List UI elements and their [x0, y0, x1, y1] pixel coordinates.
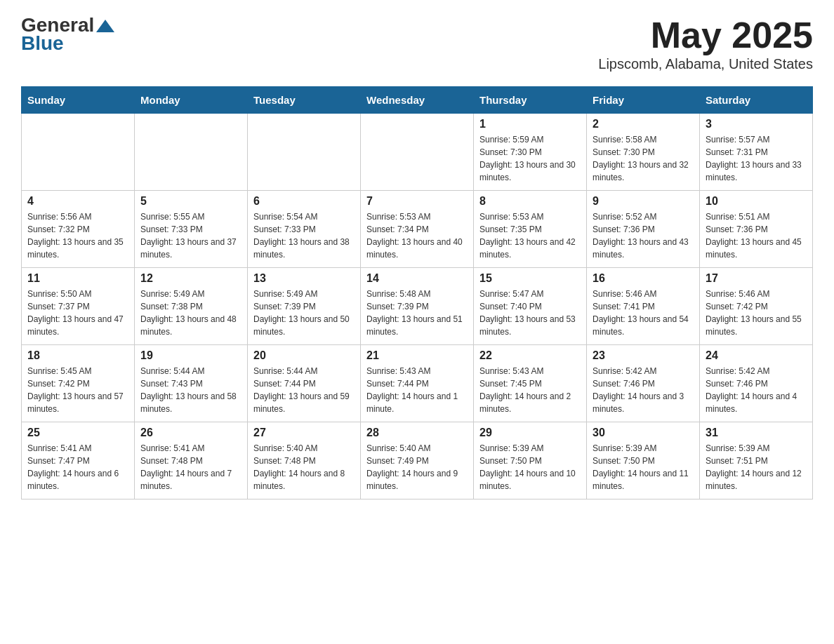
- calendar-cell: 22Sunrise: 5:43 AM Sunset: 7:45 PM Dayli…: [474, 345, 587, 422]
- day-number: 18: [27, 349, 128, 362]
- calendar-cell: 8Sunrise: 5:53 AM Sunset: 7:35 PM Daylig…: [474, 191, 587, 268]
- day-number: 8: [479, 195, 581, 208]
- day-number: 29: [479, 427, 581, 439]
- day-number: 26: [140, 427, 241, 439]
- day-number: 10: [706, 195, 807, 208]
- header-monday: Monday: [135, 87, 248, 114]
- calendar-cell: 11Sunrise: 5:50 AM Sunset: 7:37 PM Dayli…: [22, 268, 135, 345]
- calendar-cell: 7Sunrise: 5:53 AM Sunset: 7:34 PM Daylig…: [361, 191, 474, 268]
- day-info: Sunrise: 5:51 AM Sunset: 7:36 PM Dayligh…: [706, 210, 807, 261]
- calendar-cell: [135, 114, 248, 191]
- header-friday: Friday: [587, 87, 700, 114]
- header: General Blue May 2025 Lipscomb, Alabama,…: [21, 14, 813, 72]
- calendar-cell: 10Sunrise: 5:51 AM Sunset: 7:36 PM Dayli…: [700, 191, 813, 268]
- day-info: Sunrise: 5:54 AM Sunset: 7:33 PM Dayligh…: [253, 210, 355, 261]
- day-info: Sunrise: 5:59 AM Sunset: 7:30 PM Dayligh…: [479, 133, 581, 184]
- day-number: 20: [253, 349, 355, 362]
- day-number: 19: [140, 349, 241, 362]
- calendar-cell: 28Sunrise: 5:40 AM Sunset: 7:49 PM Dayli…: [361, 422, 474, 499]
- calendar-cell: 1Sunrise: 5:59 AM Sunset: 7:30 PM Daylig…: [474, 114, 587, 191]
- calendar-cell: 31Sunrise: 5:39 AM Sunset: 7:51 PM Dayli…: [700, 422, 813, 499]
- day-number: 6: [253, 195, 355, 208]
- logo-triangle-icon: [96, 20, 114, 32]
- day-number: 16: [593, 272, 694, 285]
- calendar-cell: 14Sunrise: 5:48 AM Sunset: 7:39 PM Dayli…: [361, 268, 474, 345]
- day-number: 30: [593, 427, 694, 439]
- day-number: 25: [27, 427, 128, 439]
- calendar-cell: 30Sunrise: 5:39 AM Sunset: 7:50 PM Dayli…: [587, 422, 700, 499]
- day-info: Sunrise: 5:42 AM Sunset: 7:46 PM Dayligh…: [706, 365, 807, 415]
- day-number: 17: [706, 272, 807, 285]
- calendar-cell: 24Sunrise: 5:42 AM Sunset: 7:46 PM Dayli…: [700, 345, 813, 422]
- calendar-cell: 16Sunrise: 5:46 AM Sunset: 7:41 PM Dayli…: [587, 268, 700, 345]
- week-row-3: 11Sunrise: 5:50 AM Sunset: 7:37 PM Dayli…: [22, 268, 813, 345]
- day-number: 21: [366, 349, 468, 362]
- header-sunday: Sunday: [22, 87, 135, 114]
- calendar-cell: [22, 114, 135, 191]
- calendar-cell: 15Sunrise: 5:47 AM Sunset: 7:40 PM Dayli…: [474, 268, 587, 345]
- week-row-2: 4Sunrise: 5:56 AM Sunset: 7:32 PM Daylig…: [22, 191, 813, 268]
- day-number: 13: [253, 272, 355, 285]
- day-number: 1: [479, 118, 581, 130]
- day-number: 12: [140, 272, 241, 285]
- day-info: Sunrise: 5:50 AM Sunset: 7:37 PM Dayligh…: [27, 288, 128, 338]
- day-info: Sunrise: 5:44 AM Sunset: 7:43 PM Dayligh…: [140, 365, 241, 415]
- calendar-cell: 29Sunrise: 5:39 AM Sunset: 7:50 PM Dayli…: [474, 422, 587, 499]
- day-info: Sunrise: 5:46 AM Sunset: 7:41 PM Dayligh…: [593, 288, 694, 338]
- page-subtitle: Lipscomb, Alabama, United States: [598, 56, 813, 72]
- day-number: 14: [366, 272, 468, 285]
- calendar-cell: 19Sunrise: 5:44 AM Sunset: 7:43 PM Dayli…: [135, 345, 248, 422]
- day-info: Sunrise: 5:58 AM Sunset: 7:30 PM Dayligh…: [593, 133, 694, 184]
- day-number: 11: [27, 272, 128, 285]
- calendar-cell: 25Sunrise: 5:41 AM Sunset: 7:47 PM Dayli…: [22, 422, 135, 499]
- day-info: Sunrise: 5:42 AM Sunset: 7:46 PM Dayligh…: [593, 365, 694, 415]
- calendar-cell: 2Sunrise: 5:58 AM Sunset: 7:30 PM Daylig…: [587, 114, 700, 191]
- day-info: Sunrise: 5:43 AM Sunset: 7:45 PM Dayligh…: [479, 365, 581, 415]
- calendar-header-row: SundayMondayTuesdayWednesdayThursdayFrid…: [22, 87, 813, 114]
- header-wednesday: Wednesday: [361, 87, 474, 114]
- day-number: 22: [479, 349, 581, 362]
- week-row-5: 25Sunrise: 5:41 AM Sunset: 7:47 PM Dayli…: [22, 422, 813, 499]
- calendar-cell: [248, 114, 361, 191]
- calendar-cell: 18Sunrise: 5:45 AM Sunset: 7:42 PM Dayli…: [22, 345, 135, 422]
- day-info: Sunrise: 5:40 AM Sunset: 7:49 PM Dayligh…: [366, 442, 468, 492]
- day-number: 15: [479, 272, 581, 285]
- header-thursday: Thursday: [474, 87, 587, 114]
- calendar-cell: 23Sunrise: 5:42 AM Sunset: 7:46 PM Dayli…: [587, 345, 700, 422]
- day-info: Sunrise: 5:53 AM Sunset: 7:34 PM Dayligh…: [366, 210, 468, 261]
- day-info: Sunrise: 5:45 AM Sunset: 7:42 PM Dayligh…: [27, 365, 128, 415]
- week-row-4: 18Sunrise: 5:45 AM Sunset: 7:42 PM Dayli…: [22, 345, 813, 422]
- day-info: Sunrise: 5:41 AM Sunset: 7:48 PM Dayligh…: [140, 442, 241, 492]
- day-number: 31: [706, 427, 807, 439]
- day-info: Sunrise: 5:47 AM Sunset: 7:40 PM Dayligh…: [479, 288, 581, 338]
- calendar-cell: 5Sunrise: 5:55 AM Sunset: 7:33 PM Daylig…: [135, 191, 248, 268]
- header-tuesday: Tuesday: [248, 87, 361, 114]
- logo-blue-text: Blue: [21, 32, 64, 55]
- page-title: May 2025: [598, 14, 813, 56]
- day-info: Sunrise: 5:49 AM Sunset: 7:38 PM Dayligh…: [140, 288, 241, 338]
- day-info: Sunrise: 5:39 AM Sunset: 7:50 PM Dayligh…: [479, 442, 581, 492]
- title-area: May 2025 Lipscomb, Alabama, United State…: [598, 14, 813, 72]
- day-info: Sunrise: 5:40 AM Sunset: 7:48 PM Dayligh…: [253, 442, 355, 492]
- day-info: Sunrise: 5:52 AM Sunset: 7:36 PM Dayligh…: [593, 210, 694, 261]
- day-info: Sunrise: 5:39 AM Sunset: 7:51 PM Dayligh…: [706, 442, 807, 492]
- calendar-cell: 6Sunrise: 5:54 AM Sunset: 7:33 PM Daylig…: [248, 191, 361, 268]
- day-info: Sunrise: 5:49 AM Sunset: 7:39 PM Dayligh…: [253, 288, 355, 338]
- day-info: Sunrise: 5:43 AM Sunset: 7:44 PM Dayligh…: [366, 365, 468, 415]
- day-info: Sunrise: 5:41 AM Sunset: 7:47 PM Dayligh…: [27, 442, 128, 492]
- day-number: 3: [706, 118, 807, 130]
- day-number: 23: [593, 349, 694, 362]
- day-number: 9: [593, 195, 694, 208]
- day-number: 4: [27, 195, 128, 208]
- day-number: 7: [366, 195, 468, 208]
- calendar-cell: 26Sunrise: 5:41 AM Sunset: 7:48 PM Dayli…: [135, 422, 248, 499]
- day-number: 5: [140, 195, 241, 208]
- day-info: Sunrise: 5:48 AM Sunset: 7:39 PM Dayligh…: [366, 288, 468, 338]
- calendar-cell: 20Sunrise: 5:44 AM Sunset: 7:44 PM Dayli…: [248, 345, 361, 422]
- day-number: 24: [706, 349, 807, 362]
- day-number: 27: [253, 427, 355, 439]
- calendar-cell: 12Sunrise: 5:49 AM Sunset: 7:38 PM Dayli…: [135, 268, 248, 345]
- calendar-cell: 21Sunrise: 5:43 AM Sunset: 7:44 PM Dayli…: [361, 345, 474, 422]
- calendar-cell: 13Sunrise: 5:49 AM Sunset: 7:39 PM Dayli…: [248, 268, 361, 345]
- calendar-cell: 17Sunrise: 5:46 AM Sunset: 7:42 PM Dayli…: [700, 268, 813, 345]
